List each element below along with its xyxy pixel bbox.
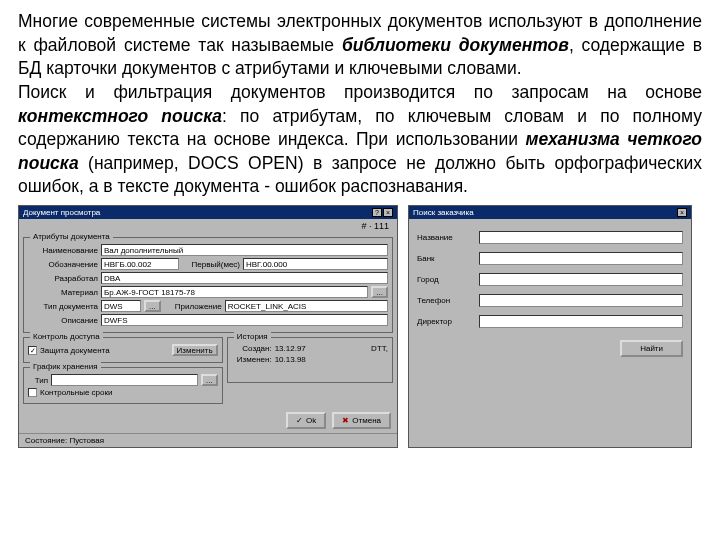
help-icon[interactable]: ?: [372, 208, 382, 217]
material-input[interactable]: Бр.АЖ-9-ГОСТ 18175-78: [101, 286, 368, 298]
document-preview-window: Документ просмотра ? × # · 111 Атрибуты …: [18, 205, 398, 448]
titlebar-left: Документ просмотра ? ×: [19, 206, 397, 219]
designation-label: Обозначение: [28, 260, 98, 269]
access-group: Контроль доступа ✓ Защита документа Изме…: [23, 337, 223, 363]
created-label: Создан:: [232, 344, 272, 353]
close-icon[interactable]: ×: [677, 208, 687, 217]
dtt-label: DTT,: [371, 344, 388, 353]
group-title: Контроль доступа: [30, 332, 103, 341]
protect-checkbox[interactable]: ✓: [28, 346, 37, 355]
customer-search-window: Поиск заказчика × Название Банк Город Те…: [408, 205, 692, 448]
x-icon: ✖: [342, 416, 349, 425]
doc-number: # · 111: [19, 219, 397, 233]
doctype-label: Тип документа: [28, 302, 98, 311]
cancel-button[interactable]: ✖ Отмена: [332, 412, 391, 429]
name-input[interactable]: Вал дополнительный: [101, 244, 388, 256]
designation-input[interactable]: НВГБ.00.002: [101, 258, 179, 270]
name-input[interactable]: [479, 231, 683, 244]
description-input[interactable]: DWFS: [101, 314, 388, 326]
check-icon: ✓: [296, 416, 303, 425]
material-browse-button[interactable]: ...: [371, 286, 388, 298]
attachment-label: Приложение: [164, 302, 222, 311]
developed-input[interactable]: DBA: [101, 272, 388, 284]
name-label: Название: [417, 233, 473, 242]
bank-label: Банк: [417, 254, 473, 263]
attributes-group: Атрибуты документа Наименование Вал допо…: [23, 237, 393, 333]
created-value: 13.12.97: [275, 344, 306, 353]
bank-input[interactable]: [479, 252, 683, 265]
protect-label: Защита документа: [40, 346, 110, 355]
first-used-input[interactable]: НВГ.00.000: [243, 258, 388, 270]
ok-button[interactable]: ✓ Ok: [286, 412, 326, 429]
find-button[interactable]: Найти: [620, 340, 683, 357]
group-title: Атрибуты документа: [30, 232, 113, 241]
description-label: Описание: [28, 316, 98, 325]
control-term-checkbox[interactable]: [28, 388, 37, 397]
city-input[interactable]: [479, 273, 683, 286]
storage-group: График хранения Тип ... Контрольные срок…: [23, 367, 223, 404]
group-title: График хранения: [30, 362, 101, 371]
city-label: Город: [417, 275, 473, 284]
phone-label: Телефон: [417, 296, 473, 305]
type-browse-button[interactable]: ...: [201, 374, 218, 386]
material-label: Материал: [28, 288, 98, 297]
titlebar-right: Поиск заказчика ×: [409, 206, 691, 219]
close-icon[interactable]: ×: [383, 208, 393, 217]
director-input[interactable]: [479, 315, 683, 328]
control-term-label: Контрольные сроки: [40, 388, 112, 397]
type-label: Тип: [28, 376, 48, 385]
change-button[interactable]: Изменить: [172, 344, 218, 356]
doctype-browse-button[interactable]: ...: [144, 300, 161, 312]
developed-label: Разработал: [28, 274, 98, 283]
window-title: Документ просмотра: [23, 208, 100, 217]
history-group: История Создан: 13.12.97 DTT, Изменен: 1…: [227, 337, 393, 383]
director-label: Директор: [417, 317, 473, 326]
first-used-label: Первый(мес): [182, 260, 240, 269]
attachment-input[interactable]: ROCKET_LINK_ACIS: [225, 300, 388, 312]
name-label: Наименование: [28, 246, 98, 255]
window-title: Поиск заказчика: [413, 208, 474, 217]
status-bar: Состояние: Пустовая: [19, 433, 397, 447]
changed-label: Изменен:: [232, 355, 272, 364]
group-title: История: [234, 332, 271, 341]
changed-value: 10.13.98: [275, 355, 306, 364]
doctype-input[interactable]: DWS: [101, 300, 141, 312]
type-input[interactable]: [51, 374, 198, 386]
body-text: Многие современные системы электронных д…: [0, 0, 720, 205]
phone-input[interactable]: [479, 294, 683, 307]
